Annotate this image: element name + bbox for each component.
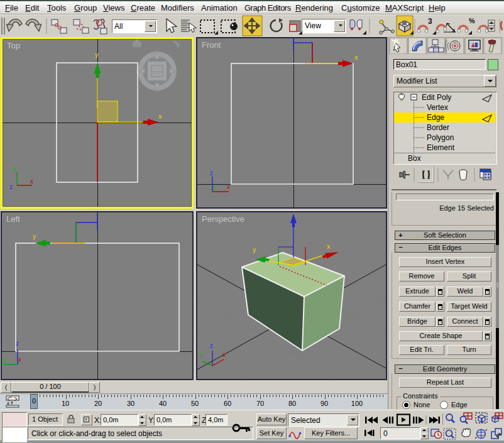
svg-text:Border: Border (427, 123, 449, 132)
svg-text:Box: Box (408, 154, 421, 163)
svg-text:TOP: TOP (151, 70, 162, 75)
svg-text:z: z (16, 340, 19, 347)
svg-text:z: z (210, 170, 213, 177)
svg-text:y: y (13, 165, 16, 172)
svg-text:Edge: Edge (427, 113, 444, 122)
svg-text:x: x (227, 183, 230, 190)
svg-text:z: z (9, 183, 13, 190)
svg-text:W: W (136, 68, 141, 75)
svg-text:y: y (253, 246, 256, 253)
svg-text:x: x (222, 351, 226, 358)
svg-text:Vertex: Vertex (427, 103, 448, 112)
svg-text:S: S (155, 87, 158, 94)
svg-text:N: N (155, 48, 159, 55)
svg-text:x: x (158, 112, 162, 120)
svg-text:E: E (173, 68, 177, 75)
svg-text:x: x (30, 178, 33, 185)
svg-text:Element: Element (427, 143, 455, 152)
svg-text:x: x (18, 356, 21, 363)
svg-text:y: y (3, 356, 6, 363)
svg-text:z: z (210, 342, 213, 349)
svg-text:Edit Poly: Edit Poly (422, 93, 451, 102)
svg-text:y: y (95, 51, 99, 58)
svg-text:x: x (354, 53, 358, 61)
svg-text:Left: Left (6, 214, 20, 224)
svg-text:Top: Top (7, 41, 20, 50)
svg-text:x: x (327, 243, 331, 250)
svg-text:y: y (200, 351, 203, 358)
svg-text:y: y (33, 232, 36, 240)
svg-text:Perspective: Perspective (202, 214, 244, 224)
svg-text:y: y (213, 184, 216, 191)
svg-text:Front: Front (202, 40, 221, 50)
svg-text:Polygon: Polygon (427, 133, 454, 142)
